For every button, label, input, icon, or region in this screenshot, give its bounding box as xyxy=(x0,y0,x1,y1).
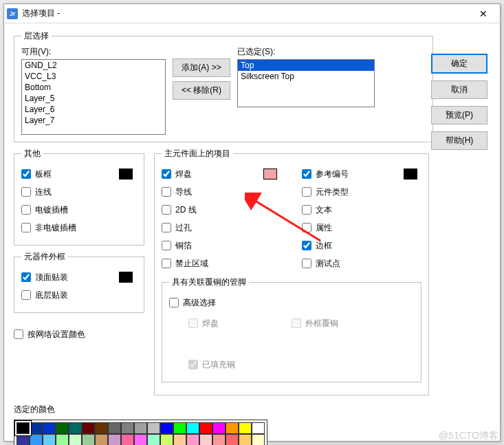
main-right-3-label: 属性 xyxy=(316,222,332,234)
close-button[interactable]: ✕ xyxy=(470,5,497,23)
palette-cell[interactable] xyxy=(134,434,147,445)
watermark: @51CTO博客 xyxy=(439,430,498,442)
main-left-5-checkbox[interactable] xyxy=(162,259,171,268)
other-legend: 其他 xyxy=(21,148,43,160)
preview-button[interactable]: 预览(P) xyxy=(431,106,487,124)
main-right-4-checkbox[interactable] xyxy=(302,241,311,250)
main-left-4-checkbox[interactable] xyxy=(162,241,171,250)
list-item[interactable]: Layer_7 xyxy=(22,115,165,126)
main-left-col: 焊盘导线2D 线过孔铜箔禁止区域 xyxy=(162,164,281,274)
ok-button[interactable]: 确定 xyxy=(431,54,487,74)
layer-select-legend: 层选择 xyxy=(21,30,52,42)
bottom-mount-checkbox[interactable] xyxy=(21,290,31,300)
palette-cell[interactable] xyxy=(147,434,160,445)
palette-cell[interactable] xyxy=(160,422,173,434)
main-items-group: 主元件面上的项目 焊盘导线2D 线过孔铜箔禁止区域 参考编号元件类型文本属性边框… xyxy=(154,148,429,395)
main-left-0-label: 焊盘 xyxy=(175,169,192,180)
board-outline-label: 板框 xyxy=(35,169,52,180)
palette-cell[interactable] xyxy=(212,434,226,445)
sub-2-checkbox[interactable] xyxy=(188,360,198,369)
palette-cell[interactable] xyxy=(134,422,147,434)
plated-checkbox[interactable] xyxy=(21,205,31,215)
main-left-4-label: 铜箔 xyxy=(175,240,192,252)
list-item[interactable]: Layer_5 xyxy=(22,93,165,104)
action-buttons: 确定 取消 预览(P) 帮助(H) xyxy=(431,54,487,150)
palette-cell[interactable] xyxy=(17,422,30,434)
palette-cell[interactable] xyxy=(121,434,134,445)
main-left-2-checkbox[interactable] xyxy=(162,205,171,215)
palette-cell[interactable] xyxy=(43,422,56,434)
main-right-3-checkbox[interactable] xyxy=(302,223,311,232)
remove-button[interactable]: << 移除(R) xyxy=(173,81,230,100)
list-item[interactable]: Bottom xyxy=(22,82,165,93)
list-item[interactable]: Layer_6 xyxy=(22,104,165,115)
palette-cell[interactable] xyxy=(252,422,265,434)
palette-cell[interactable] xyxy=(56,434,69,445)
help-button[interactable]: 帮助(H) xyxy=(431,131,487,150)
palette-cell[interactable] xyxy=(43,434,56,445)
dialog-window: Jr 选择项目 - ✕ 层选择 可用(V): GND_L2VCC_L3Botto… xyxy=(3,3,501,442)
palette-cell[interactable] xyxy=(173,434,186,445)
sub-0-checkbox[interactable] xyxy=(188,318,198,328)
palette-cell[interactable] xyxy=(108,434,121,445)
top-mount-checkbox[interactable] xyxy=(21,272,31,282)
palette-cell[interactable] xyxy=(95,434,108,445)
palette-cell[interactable] xyxy=(239,422,252,434)
palette-cell[interactable] xyxy=(30,422,43,434)
main-left-3-checkbox[interactable] xyxy=(162,223,171,232)
list-item[interactable]: GND_L2 xyxy=(22,60,165,71)
main-right-0-swatch[interactable] xyxy=(404,169,417,180)
dialog-body: 层选择 可用(V): GND_L2VCC_L3BottomLayer_5Laye… xyxy=(4,23,500,445)
palette-cell[interactable] xyxy=(82,434,95,445)
list-item[interactable]: Silkscreen Top xyxy=(238,71,374,82)
palette-cell[interactable] xyxy=(17,434,30,445)
palette-cell[interactable] xyxy=(82,422,95,434)
main-right-2-checkbox[interactable] xyxy=(302,205,311,215)
palette-cell[interactable] xyxy=(199,422,212,434)
palette-cell[interactable] xyxy=(252,434,265,445)
palette-cell[interactable] xyxy=(186,434,199,445)
palette-cell[interactable] xyxy=(121,422,134,434)
palette-cell[interactable] xyxy=(160,434,173,445)
add-button[interactable]: 添加(A) >> xyxy=(173,58,230,77)
palette-cell[interactable] xyxy=(226,434,239,445)
board-outline-checkbox[interactable] xyxy=(21,169,31,179)
by-net-checkbox[interactable] xyxy=(14,329,23,339)
palette-cell[interactable] xyxy=(199,434,212,445)
palette-cell[interactable] xyxy=(226,422,239,434)
list-item[interactable]: VCC_L3 xyxy=(22,71,165,82)
comp-outline-group: 元器件外框 顶面贴装 底层贴装 xyxy=(14,251,144,313)
main-right-0-checkbox[interactable] xyxy=(302,169,311,179)
plated-label: 电镀插槽 xyxy=(35,204,68,216)
top-mount-swatch[interactable] xyxy=(119,272,133,283)
palette-cell[interactable] xyxy=(173,422,186,434)
main-left-5-label: 禁止区域 xyxy=(175,258,208,270)
sub-options: 焊盘外框覆铜已填充铜 xyxy=(169,313,414,375)
palette-cell[interactable] xyxy=(147,422,160,434)
palette-cell[interactable] xyxy=(212,422,226,434)
adv-select-checkbox[interactable] xyxy=(169,298,179,307)
cancel-button[interactable]: 取消 xyxy=(431,80,487,99)
main-left-0-checkbox[interactable] xyxy=(162,169,171,179)
list-item[interactable]: Top xyxy=(238,60,374,71)
main-left-0-swatch[interactable] xyxy=(263,169,277,180)
palette-cell[interactable] xyxy=(30,434,43,445)
palette-cell[interactable] xyxy=(69,422,82,434)
main-right-1-checkbox[interactable] xyxy=(302,187,311,197)
connections-checkbox[interactable] xyxy=(21,187,31,197)
titlebar: Jr 选择项目 - ✕ xyxy=(4,4,500,23)
nonplated-checkbox[interactable] xyxy=(21,223,31,232)
palette-cell[interactable] xyxy=(95,422,108,434)
selected-listbox[interactable]: TopSilkscreen Top xyxy=(237,59,375,107)
palette-cell[interactable] xyxy=(239,434,252,445)
sub-0-label: 焊盘 xyxy=(202,318,219,329)
available-listbox[interactable]: GND_L2VCC_L3BottomLayer_5Layer_6Layer_7 xyxy=(21,59,166,135)
sub-1-checkbox[interactable] xyxy=(292,318,301,328)
palette-cell[interactable] xyxy=(108,422,121,434)
main-left-1-checkbox[interactable] xyxy=(162,187,171,197)
main-right-5-checkbox[interactable] xyxy=(302,259,311,268)
palette-cell[interactable] xyxy=(69,434,82,445)
board-outline-swatch[interactable] xyxy=(119,169,133,180)
palette-cell[interactable] xyxy=(186,422,199,434)
palette-cell[interactable] xyxy=(56,422,69,434)
